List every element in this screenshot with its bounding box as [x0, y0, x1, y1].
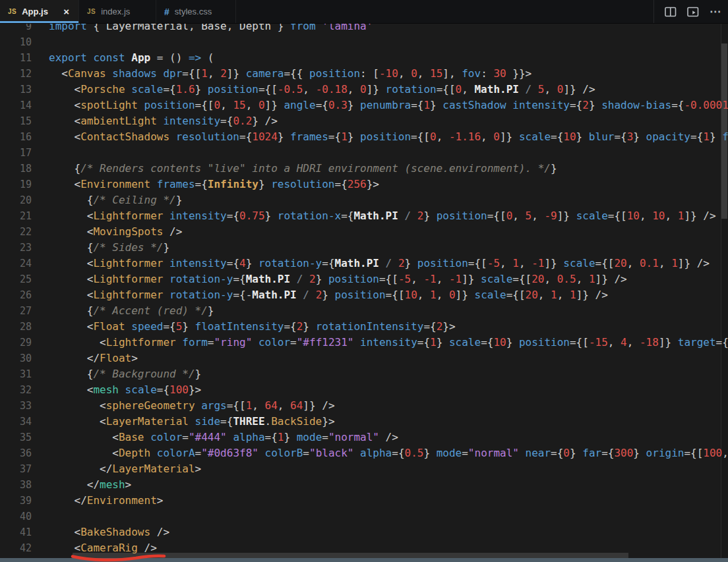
code-line[interactable]: 36 <Depth colorA="#0d63f8" colorB="black…: [0, 445, 728, 461]
code-line[interactable]: 32 <mesh scale={100}>: [0, 382, 728, 398]
code-line[interactable]: 11export const App = () => (: [0, 50, 728, 66]
code-line-text: <CameraRig />: [32, 540, 157, 556]
more-actions-icon[interactable]: ⋯: [710, 6, 721, 17]
code-line-text: </Environment>: [32, 493, 163, 509]
code-line-text: <Canvas shadows dpr={[1, 2]} camera={{ p…: [32, 66, 531, 82]
line-number: 32: [0, 382, 32, 398]
tab-label: styles.css: [175, 7, 212, 16]
line-number: 33: [0, 398, 32, 414]
line-number: 37: [0, 461, 32, 477]
code-line-text: <ContactShadows resolution={1024} frames…: [32, 129, 728, 145]
code-line[interactable]: 33 <sphereGeometry args={[1, 64, 64]} />: [0, 398, 728, 414]
line-number: 31: [0, 366, 32, 382]
code-line[interactable]: 39 </Environment>: [0, 493, 728, 509]
code-line-text: export const App = () => (: [32, 50, 214, 66]
code-line-text: <ambientLight intensity={0.2} />: [32, 113, 278, 129]
code-line-text: {/* Renders contents "live" into a HDRI …: [32, 161, 557, 177]
code-line-text: <Environment frames={Infinity} resolutio…: [32, 177, 379, 192]
line-number: 34: [0, 414, 32, 430]
line-number: 16: [0, 129, 32, 145]
line-number: 14: [0, 98, 32, 113]
code-line[interactable]: 29 <Lightformer form="ring" color="#ff12…: [0, 335, 728, 351]
code-editor[interactable]: 9import { LayerMaterial, Base, Depth } f…: [0, 24, 728, 562]
tab-label: App.js: [22, 7, 48, 16]
line-number: 26: [0, 287, 32, 303]
code-line-text: <Depth colorA="#0d63f8" colorB="black" a…: [32, 445, 728, 461]
close-tab-icon[interactable]: ×: [62, 5, 71, 18]
tab-label: index.js: [101, 7, 130, 16]
line-number: 36: [0, 445, 32, 461]
tab-styles-css[interactable]: # styles.css: [156, 0, 236, 23]
line-number: 19: [0, 177, 32, 192]
line-number: 25: [0, 271, 32, 287]
code-line-text: <Lightformer intensity={0.75} rotation-x…: [32, 208, 716, 224]
code-line[interactable]: 30 </Float>: [0, 351, 728, 366]
code-line[interactable]: 18 {/* Renders contents "live" into a HD…: [0, 161, 728, 177]
code-line[interactable]: 24 <Lightformer intensity={4} rotation-y…: [0, 256, 728, 271]
code-line-text: [32, 509, 49, 524]
code-line[interactable]: 21 <Lightformer intensity={0.75} rotatio…: [0, 208, 728, 224]
code-line[interactable]: 13 <Porsche scale={1.6} position={[-0.5,…: [0, 82, 728, 98]
code-line[interactable]: 23 {/* Sides */}: [0, 240, 728, 256]
code-line-text: <Float speed={5} floatIntensity={2} rota…: [32, 319, 456, 335]
tab-app-js[interactable]: JS App.js ×: [0, 0, 79, 23]
code-line[interactable]: 17: [0, 145, 728, 161]
code-line-text: import { LayerMaterial, Base, Depth } fr…: [32, 24, 373, 34]
line-number: 42: [0, 540, 32, 556]
line-number: 15: [0, 113, 32, 129]
code-line-text: <Lightformer form="ring" color="#ff1231"…: [32, 335, 728, 351]
code-line-text: <LayerMaterial side={THREE.BackSide}>: [32, 414, 335, 430]
code-line[interactable]: 38 </mesh>: [0, 477, 728, 493]
code-line[interactable]: 9import { LayerMaterial, Base, Depth } f…: [0, 24, 728, 34]
line-number: 9: [0, 24, 32, 34]
code-line[interactable]: 19 <Environment frames={Infinity} resolu…: [0, 177, 728, 192]
line-number: 28: [0, 319, 32, 335]
code-line-text: </mesh>: [32, 477, 131, 493]
code-line-text: </Float>: [32, 351, 138, 366]
split-editor-icon[interactable]: [665, 7, 677, 17]
code-line[interactable]: 28 <Float speed={5} floatIntensity={2} r…: [0, 319, 728, 335]
editor-tab-bar: JS App.js × JS index.js # styles.css ⋯: [0, 0, 728, 24]
code-line-text: </LayerMaterial>: [32, 461, 201, 477]
line-number: 24: [0, 256, 32, 271]
code-line[interactable]: 25 <Lightformer rotation-y={Math.PI / 2}…: [0, 271, 728, 287]
line-number: 17: [0, 145, 32, 161]
code-line-text: [32, 145, 49, 161]
code-line-text: <spotLight position={[0, 15, 0]} angle={…: [32, 98, 728, 113]
code-line-text: [32, 34, 49, 50]
code-line-text: {/* Background */}: [32, 366, 201, 382]
code-line[interactable]: 27 {/* Accent (red) */}: [0, 303, 728, 319]
line-number: 23: [0, 240, 32, 256]
code-line[interactable]: 37 </LayerMaterial>: [0, 461, 728, 477]
open-preview-icon[interactable]: [687, 7, 699, 17]
line-number: 39: [0, 493, 32, 509]
code-line[interactable]: 35 <Base color="#444" alpha={1} mode="no…: [0, 430, 728, 445]
css-file-icon: #: [164, 7, 169, 17]
javascript-file-icon: JS: [8, 8, 16, 15]
line-number: 10: [0, 34, 32, 50]
code-line[interactable]: 15 <ambientLight intensity={0.2} />: [0, 113, 728, 129]
code-lines[interactable]: 9import { LayerMaterial, Base, Depth } f…: [0, 24, 728, 556]
code-line-text: <Lightformer rotation-y={-Math.PI / 2} p…: [32, 287, 608, 303]
line-number: 18: [0, 161, 32, 177]
window-bottom-edge: [0, 558, 728, 562]
line-number: 22: [0, 224, 32, 240]
code-line[interactable]: 42 <CameraRig />: [0, 540, 728, 556]
code-line-text: {/* Ceiling */}: [32, 192, 182, 208]
code-line[interactable]: 20 {/* Ceiling */}: [0, 192, 728, 208]
code-line[interactable]: 22 <MovingSpots />: [0, 224, 728, 240]
code-line[interactable]: 40: [0, 509, 728, 524]
code-line[interactable]: 16 <ContactShadows resolution={1024} fra…: [0, 129, 728, 145]
code-line[interactable]: 10: [0, 34, 728, 50]
line-number: 13: [0, 82, 32, 98]
code-line[interactable]: 14 <spotLight position={[0, 15, 0]} angl…: [0, 98, 728, 113]
line-number: 30: [0, 351, 32, 366]
code-line[interactable]: 12 <Canvas shadows dpr={[1, 2]} camera={…: [0, 66, 728, 82]
code-line[interactable]: 34 <LayerMaterial side={THREE.BackSide}>: [0, 414, 728, 430]
line-number: 27: [0, 303, 32, 319]
code-line[interactable]: 41 <BakeShadows />: [0, 524, 728, 540]
code-line[interactable]: 26 <Lightformer rotation-y={-Math.PI / 2…: [0, 287, 728, 303]
tab-index-js[interactable]: JS index.js: [79, 0, 156, 23]
code-line-text: <MovingSpots />: [32, 224, 182, 240]
code-line[interactable]: 31 {/* Background */}: [0, 366, 728, 382]
